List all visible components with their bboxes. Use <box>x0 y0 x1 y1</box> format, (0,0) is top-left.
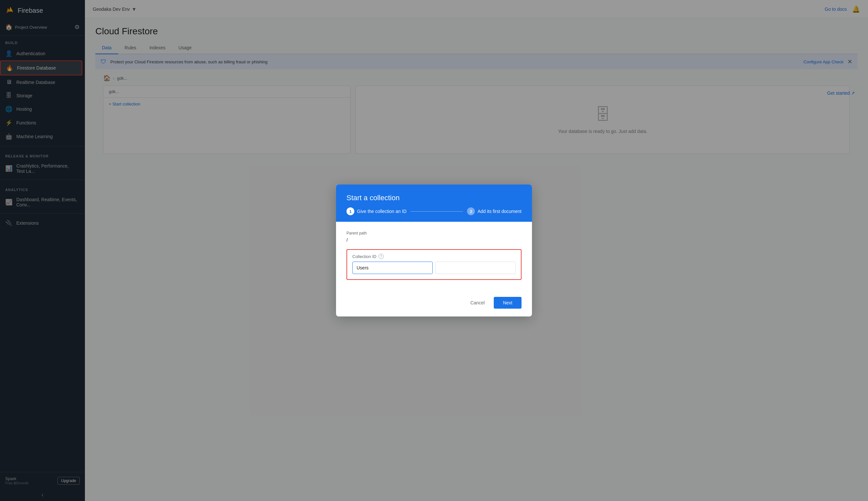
modal-title: Start a collection <box>346 194 522 202</box>
step-1-number: 1 <box>346 207 354 215</box>
step-1-label: Give the collection an ID <box>357 209 407 214</box>
collection-id-section: Collection ID ? <box>346 249 522 280</box>
step-2-number: 2 <box>467 207 475 215</box>
modal-steps: 1 Give the collection an ID 2 Add its fi… <box>346 207 522 215</box>
collection-id-inputs <box>352 262 516 274</box>
step-2: 2 Add its first document <box>467 207 522 215</box>
collection-id-extra-input[interactable] <box>435 262 516 274</box>
parent-path-value: / <box>346 237 522 243</box>
step-1: 1 Give the collection an ID <box>346 207 407 215</box>
next-button[interactable]: Next <box>494 297 522 309</box>
collection-id-help-icon[interactable]: ? <box>378 254 384 259</box>
step-divider <box>410 211 463 212</box>
modal-body: Parent path / Collection ID ? <box>336 222 532 297</box>
modal-overlay[interactable]: Start a collection 1 Give the collection… <box>0 0 868 501</box>
start-collection-modal: Start a collection 1 Give the collection… <box>336 184 532 317</box>
modal-footer: Cancel Next <box>336 297 532 317</box>
cancel-button[interactable]: Cancel <box>465 297 490 309</box>
step-2-label: Add its first document <box>478 209 522 214</box>
parent-path-label: Parent path <box>346 231 522 235</box>
collection-id-label: Collection ID ? <box>352 254 516 259</box>
modal-header: Start a collection 1 Give the collection… <box>336 184 532 222</box>
collection-id-input[interactable] <box>352 262 433 274</box>
